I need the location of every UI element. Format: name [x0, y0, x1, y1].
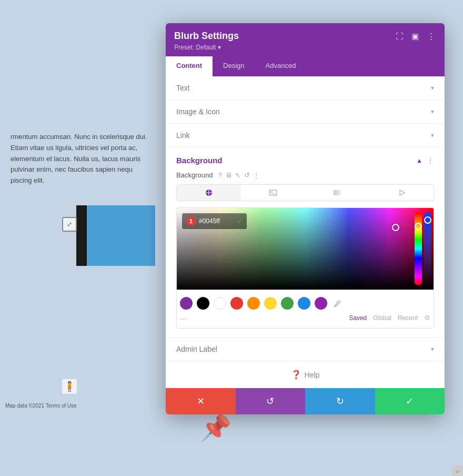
- reset-icon[interactable]: ↺: [244, 171, 250, 179]
- color-hex-input[interactable]: [199, 217, 233, 225]
- panel-header-icons: ⛶ ▣ ⋮: [394, 31, 436, 42]
- svg-rect-2: [334, 190, 341, 195]
- bg-type-image[interactable]: [241, 185, 305, 201]
- bg-type-gradient[interactable]: [305, 185, 369, 201]
- pin-icon: 📌: [200, 413, 232, 443]
- section-background: Background ▲ ⋮ Background ? 🖥 ↖ ↺ ⋮: [166, 147, 445, 338]
- color-hex-bar: 1 ✓: [182, 213, 247, 229]
- tab-design[interactable]: Design: [213, 56, 255, 76]
- bg-type-tabs: [176, 184, 434, 201]
- cancel-button[interactable]: ✕: [166, 388, 236, 414]
- bg-section-title: Background: [176, 156, 223, 165]
- more-options-icon[interactable]: ⋮: [426, 31, 436, 42]
- color-tab-recent[interactable]: Recent: [398, 314, 418, 322]
- expand-icon[interactable]: ⛶: [394, 31, 405, 42]
- panel-header-top: Blurb Settings ⛶ ▣ ⋮: [174, 31, 436, 42]
- color-tab-saved[interactable]: Saved: [349, 314, 367, 322]
- color-settings-icon[interactable]: ⚙: [424, 314, 430, 322]
- preset-selector[interactable]: Preset: Default ▾: [174, 44, 436, 51]
- color-picker: 1 ✓: [176, 207, 434, 329]
- admin-label-arrow: ▾: [431, 345, 434, 353]
- bg-section-header: Background ▲ ⋮: [176, 156, 434, 165]
- bg-type-color[interactable]: [177, 185, 241, 201]
- map-label: Map data ©2021 Terms of Use: [5, 403, 77, 409]
- resize-handle[interactable]: ↙: [452, 465, 463, 476]
- color-number-badge: 1: [186, 216, 196, 226]
- alpha-slider[interactable]: [424, 212, 431, 285]
- text-section-arrow: ▾: [431, 84, 434, 92]
- bg-figure-icon: 🧍: [62, 379, 77, 394]
- svg-marker-3: [400, 190, 405, 195]
- bg-label-icons: ? 🖥 ↖ ↺ ⋮: [218, 171, 259, 179]
- color-selector[interactable]: [392, 224, 399, 231]
- tab-advanced[interactable]: Advanced: [255, 56, 307, 76]
- section-admin-label[interactable]: Admin Label ▾: [166, 338, 445, 361]
- bg-section-collapse[interactable]: ▲: [416, 157, 422, 164]
- color-check-icon[interactable]: ✓: [236, 217, 243, 225]
- redo-button[interactable]: ↻: [305, 388, 375, 414]
- hue-slider[interactable]: [415, 212, 422, 285]
- panel-tabs: Content Design Advanced: [166, 56, 445, 76]
- tab-content[interactable]: Content: [166, 56, 213, 76]
- custom-color-icon[interactable]: [331, 297, 344, 310]
- save-button[interactable]: ✓: [375, 388, 445, 414]
- color-tab-global[interactable]: Global: [373, 314, 391, 322]
- swatches-row: [180, 292, 430, 313]
- swatch-purple[interactable]: [180, 297, 193, 310]
- help-row: ❓ Help: [166, 361, 445, 388]
- swatch-orange[interactable]: [247, 297, 260, 310]
- swatch-red[interactable]: [230, 297, 243, 310]
- section-link[interactable]: Link ▾: [166, 124, 445, 147]
- swatch-violet[interactable]: [315, 297, 327, 310]
- link-arrow: ▾: [431, 132, 434, 139]
- bg-label-text: Background: [176, 171, 213, 179]
- swatch-blue[interactable]: [298, 297, 310, 310]
- split-icon[interactable]: ▣: [410, 31, 420, 42]
- color-bottom-row: ··· Saved Global Recent ⚙: [180, 313, 430, 327]
- swatch-black[interactable]: [197, 297, 209, 310]
- section-image-icon[interactable]: Image & Icon ▾: [166, 100, 445, 124]
- bg-section-controls: ▲ ⋮: [416, 156, 434, 165]
- help-question-icon[interactable]: ?: [218, 171, 222, 179]
- bg-section-menu[interactable]: ⋮: [427, 156, 434, 165]
- link-section-label: Link: [176, 131, 190, 140]
- swatch-yellow[interactable]: [264, 297, 277, 310]
- image-icon-arrow: ▾: [431, 108, 434, 115]
- bg-expand-icon[interactable]: ⤢: [62, 217, 77, 232]
- more-swatches-icon[interactable]: ···: [180, 314, 187, 324]
- panel-footer: ✕ ↺ ↻ ✓: [166, 388, 445, 414]
- help-circle-icon: ❓: [291, 370, 301, 380]
- hue-thumb[interactable]: [415, 223, 422, 230]
- background-text: rmentum accumsan. Nunc in scelerisque du…: [0, 126, 163, 192]
- image-icon-section-label: Image & Icon: [176, 107, 220, 116]
- undo-button[interactable]: ↺: [236, 388, 306, 414]
- help-label[interactable]: Help: [305, 371, 320, 379]
- cursor-icon[interactable]: ↖: [235, 171, 241, 179]
- color-tabs-row: Saved Global Recent ⚙: [349, 313, 430, 325]
- text-section-label: Text: [176, 84, 190, 92]
- swatch-white[interactable]: [214, 297, 226, 310]
- panel-header: Blurb Settings ⛶ ▣ ⋮ Preset: Default ▾: [166, 23, 445, 56]
- bg-label-row: Background ? 🖥 ↖ ↺ ⋮: [176, 171, 434, 179]
- bg-type-video[interactable]: [369, 185, 434, 201]
- swatches-container: ··· Saved Global Recent ⚙: [177, 290, 434, 328]
- admin-label-text: Admin Label: [176, 345, 217, 353]
- blurb-settings-panel: Blurb Settings ⛶ ▣ ⋮ Preset: Default ▾ C…: [166, 23, 445, 414]
- bg-blue-block: 📌: [87, 205, 155, 266]
- bg-more-icon[interactable]: ⋮: [253, 171, 260, 179]
- swatch-green[interactable]: [281, 297, 294, 310]
- alpha-thumb[interactable]: [424, 216, 431, 224]
- section-text[interactable]: Text ▾: [166, 76, 445, 100]
- desktop-icon[interactable]: 🖥: [225, 171, 232, 179]
- panel-title: Blurb Settings: [174, 31, 239, 42]
- panel-body: Text ▾ Image & Icon ▾ Link ▾ Background …: [166, 76, 445, 388]
